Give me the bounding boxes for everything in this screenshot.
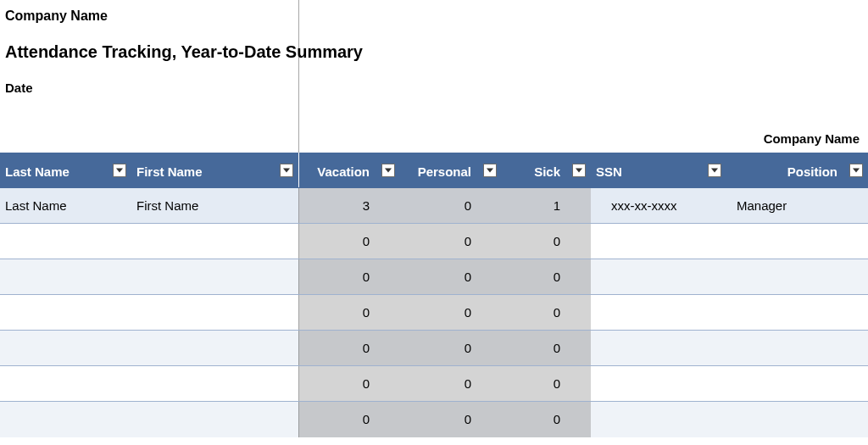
cell-ssn[interactable]: xxx-xx-xxxx (591, 188, 726, 224)
cell-ssn[interactable] (591, 402, 726, 437)
table-row: 000 (0, 366, 868, 402)
cell-first-name[interactable] (131, 295, 298, 331)
cell-last-name[interactable] (0, 295, 131, 331)
col-header-vacation[interactable]: Vacation (298, 153, 400, 188)
cell-vacation[interactable]: 0 (298, 295, 400, 331)
table-row: Last NameFirst Name301xxx-xx-xxxxManager (0, 188, 868, 224)
cell-sick[interactable]: 1 (502, 188, 591, 224)
filter-dropdown-icon[interactable] (572, 164, 586, 177)
attendance-table: Last Name First Name Vacation Personal S… (0, 153, 868, 437)
table-row: 000 (0, 331, 868, 366)
cell-position[interactable] (726, 366, 868, 402)
cell-ssn[interactable] (591, 331, 726, 366)
cell-first-name[interactable] (131, 402, 298, 437)
col-header-label: Personal (418, 164, 471, 179)
table-header-row: Last Name First Name Vacation Personal S… (0, 153, 868, 188)
filter-dropdown-icon[interactable] (381, 164, 395, 177)
col-header-label: Last Name (5, 164, 70, 179)
cell-last-name[interactable] (0, 224, 131, 259)
cell-ssn[interactable] (591, 224, 726, 259)
svg-marker-3 (487, 168, 493, 172)
svg-marker-4 (576, 168, 582, 172)
col-header-first-name[interactable]: First Name (131, 153, 298, 188)
col-header-last-name[interactable]: Last Name (0, 153, 131, 188)
cell-personal[interactable]: 0 (400, 295, 502, 331)
table-row: 000 (0, 402, 868, 437)
cell-sick[interactable]: 0 (502, 331, 591, 366)
cell-personal[interactable]: 0 (400, 366, 502, 402)
col-header-position[interactable]: Position (726, 153, 868, 188)
cell-first-name[interactable] (131, 259, 298, 295)
cell-ssn[interactable] (591, 259, 726, 295)
col-header-personal[interactable]: Personal (400, 153, 502, 188)
cell-position[interactable] (726, 295, 868, 331)
col-header-label: First Name (136, 164, 203, 179)
cell-sick[interactable]: 0 (502, 366, 591, 402)
date-label: Date (5, 81, 863, 95)
cell-first-name[interactable] (131, 331, 298, 366)
cell-vacation[interactable]: 0 (298, 224, 400, 259)
cell-personal[interactable]: 0 (400, 259, 502, 295)
cell-vacation[interactable]: 0 (298, 331, 400, 366)
col-header-sick[interactable]: Sick (502, 153, 591, 188)
cell-sick[interactable]: 0 (502, 295, 591, 331)
cell-vacation[interactable]: 0 (298, 259, 400, 295)
svg-marker-1 (283, 168, 290, 172)
cell-sick[interactable]: 0 (502, 402, 591, 437)
col-header-label: SSN (596, 164, 622, 179)
filter-dropdown-icon[interactable] (483, 164, 497, 177)
cell-personal[interactable]: 0 (400, 224, 502, 259)
svg-marker-6 (853, 168, 860, 172)
filter-dropdown-icon[interactable] (849, 164, 863, 177)
table-row: 000 (0, 224, 868, 259)
cell-last-name[interactable] (0, 259, 131, 295)
filter-dropdown-icon[interactable] (708, 164, 721, 177)
cell-vacation[interactable]: 3 (298, 188, 400, 224)
svg-marker-5 (711, 168, 718, 172)
cell-vacation[interactable]: 0 (298, 402, 400, 437)
company-name-top: Company Name (5, 8, 863, 24)
col-header-label: Position (787, 164, 837, 179)
cell-personal[interactable]: 0 (400, 188, 502, 224)
col-header-label: Sick (534, 164, 560, 179)
cell-first-name[interactable] (131, 224, 298, 259)
cell-position[interactable] (726, 402, 868, 437)
col-header-ssn[interactable]: SSN (591, 153, 726, 188)
cell-sick[interactable]: 0 (502, 259, 591, 295)
vertical-divider (298, 0, 299, 153)
company-name-right: Company Name (764, 131, 860, 146)
svg-marker-0 (116, 168, 123, 172)
cell-position[interactable]: Manager (726, 188, 868, 224)
table-row: 000 (0, 295, 868, 331)
cell-position[interactable] (726, 331, 868, 366)
page-title: Attendance Tracking, Year-to-Date Summar… (5, 42, 863, 62)
filter-dropdown-icon[interactable] (113, 164, 126, 177)
cell-last-name[interactable] (0, 331, 131, 366)
cell-vacation[interactable]: 0 (298, 366, 400, 402)
svg-marker-2 (385, 168, 392, 172)
filter-dropdown-icon[interactable] (280, 164, 293, 177)
table-row: 000 (0, 259, 868, 295)
cell-personal[interactable]: 0 (400, 331, 502, 366)
col-header-label: Vacation (317, 164, 370, 179)
cell-last-name[interactable]: Last Name (0, 188, 131, 224)
cell-last-name[interactable] (0, 402, 131, 437)
cell-ssn[interactable] (591, 366, 726, 402)
cell-position[interactable] (726, 224, 868, 259)
cell-first-name[interactable]: First Name (131, 188, 298, 224)
cell-last-name[interactable] (0, 366, 131, 402)
cell-ssn[interactable] (591, 295, 726, 331)
cell-position[interactable] (726, 259, 868, 295)
cell-first-name[interactable] (131, 366, 298, 402)
cell-sick[interactable]: 0 (502, 224, 591, 259)
cell-personal[interactable]: 0 (400, 402, 502, 437)
